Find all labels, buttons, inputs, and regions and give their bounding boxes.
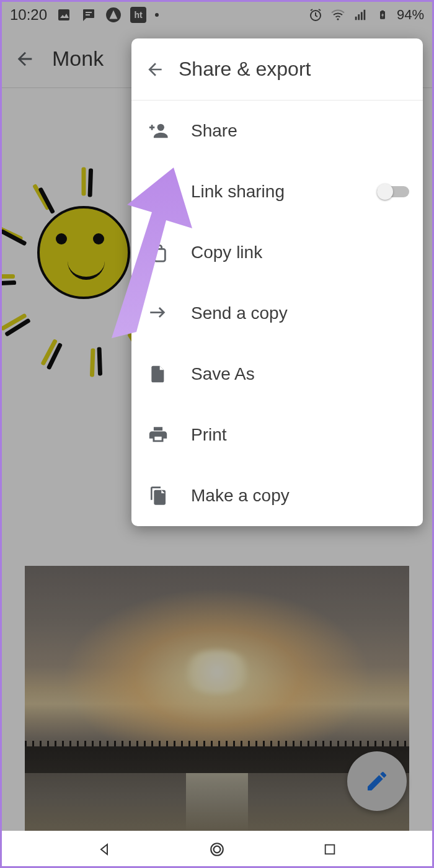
link-icon — [145, 179, 171, 205]
svg-rect-21 — [325, 845, 334, 854]
menu-item-link-sharing[interactable]: Link sharing — [131, 161, 423, 222]
menu-item-label: Save As — [191, 364, 409, 384]
menu-item-make-copy[interactable]: Make a copy — [131, 465, 423, 526]
menu-item-label: Link sharing — [191, 182, 377, 202]
menu-title: Share & export — [179, 58, 311, 81]
menu-item-share[interactable]: Share — [131, 101, 423, 161]
menu-item-label: Make a copy — [191, 486, 409, 506]
nav-back-button[interactable] — [97, 841, 113, 857]
menu-item-save-as[interactable]: Save As — [131, 344, 423, 405]
svg-point-20 — [214, 846, 221, 853]
file-icon — [145, 361, 171, 387]
menu-item-print[interactable]: Print — [131, 405, 423, 465]
menu-item-label: Print — [191, 425, 409, 445]
menu-item-label: Send a copy — [191, 303, 409, 323]
menu-item-copy-link[interactable]: Copy link — [131, 222, 423, 283]
svg-rect-18 — [154, 249, 165, 261]
duplicate-icon — [145, 483, 171, 509]
menu-item-send-copy[interactable]: Send a copy — [131, 283, 423, 344]
menu-item-label: Share — [191, 121, 409, 141]
copy-link-icon — [145, 239, 171, 266]
share-export-menu: Share & export Share Link sharing Copy l… — [131, 38, 423, 526]
nav-recent-button[interactable] — [322, 841, 338, 857]
svg-point-14 — [157, 124, 164, 131]
menu-header: Share & export — [131, 38, 423, 101]
person-add-icon — [145, 118, 171, 144]
svg-rect-16 — [151, 125, 153, 130]
send-icon — [145, 300, 171, 326]
print-icon — [145, 422, 171, 448]
menu-item-label: Copy link — [191, 243, 409, 262]
menu-back-button[interactable] — [143, 57, 167, 82]
nav-home-button[interactable] — [209, 841, 225, 857]
link-sharing-toggle[interactable] — [377, 184, 409, 200]
svg-point-19 — [211, 843, 223, 856]
nav-bar — [0, 831, 434, 868]
